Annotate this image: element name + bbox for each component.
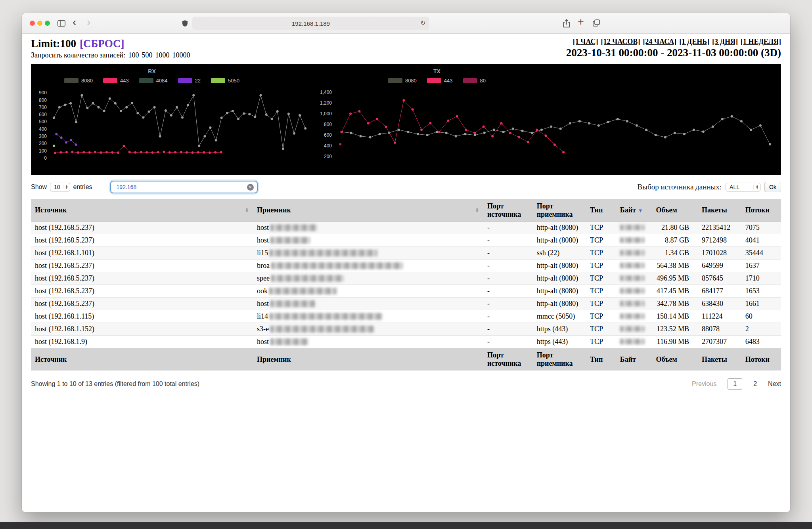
- datasource-select[interactable]: ALL ▲▼: [726, 183, 760, 191]
- ok-button[interactable]: Ok: [764, 182, 781, 192]
- flows-cell: 7075: [741, 222, 781, 234]
- column-header-Приемник[interactable]: Приемник: [253, 348, 483, 370]
- sidebar-toggle-icon[interactable]: [57, 20, 65, 28]
- blurred-bytes: [620, 313, 645, 319]
- address-bar[interactable]: 192.168.1.189 ↻: [192, 17, 429, 30]
- column-header-label: Приемник: [257, 206, 291, 214]
- legend-swatch-icon: [139, 78, 153, 83]
- blurred-destination: [270, 300, 315, 307]
- back-icon[interactable]: ‹: [73, 16, 76, 29]
- legend-item-443[interactable]: 443: [103, 78, 129, 84]
- packets-cell: 9712498: [698, 234, 741, 247]
- legend-item-5050[interactable]: 5050: [211, 78, 239, 84]
- column-header-Тип[interactable]: Тип: [586, 348, 616, 370]
- page-size-select[interactable]: 10 ▲▼: [50, 183, 70, 191]
- pagination-previous[interactable]: Previous: [692, 380, 716, 388]
- column-header-Байт[interactable]: Байт▼: [616, 199, 652, 222]
- search-input[interactable]: [110, 181, 258, 193]
- legend-item-443[interactable]: 443: [427, 78, 453, 84]
- charts-panel: RX 80804434084225050 9008007006005004003…: [31, 64, 781, 175]
- time-link-24h[interactable]: [24 ЧАСА]: [643, 38, 676, 46]
- legend-label: 8080: [81, 78, 93, 84]
- volume-cell: 417.45 MB: [652, 285, 698, 298]
- legend-item-8080[interactable]: 8080: [388, 78, 417, 84]
- date-range: 2023-10-31 00:00:00 - 2023-11-03 00:00:0…: [566, 47, 781, 59]
- column-header-Потоки[interactable]: Потоки: [741, 199, 781, 222]
- blurred-bytes: [620, 339, 645, 344]
- search-box: ✕: [110, 181, 258, 193]
- privacy-shield-icon[interactable]: [182, 20, 188, 29]
- new-tab-icon[interactable]: +: [578, 16, 584, 28]
- time-link-12h[interactable]: [12 ЧАСОВ]: [601, 38, 640, 46]
- time-link-1d[interactable]: [1 ДЕНЬ]: [679, 38, 709, 46]
- column-header-label: Порт источника: [487, 351, 521, 367]
- blurred-destination: [270, 250, 377, 256]
- column-header-Порт источника[interactable]: Порт источника: [483, 348, 533, 370]
- datasource-label: Выбор источника данных:: [638, 183, 722, 191]
- svg-text:1,200: 1,200: [320, 100, 332, 106]
- records-option-10000[interactable]: 10000: [172, 51, 190, 59]
- flows-cell: 35444: [741, 247, 781, 260]
- clear-search-icon[interactable]: ✕: [247, 184, 254, 191]
- stepper-icon: ▲▼: [63, 185, 68, 189]
- time-link-1h[interactable]: [1 ЧАС]: [573, 38, 598, 46]
- column-header-Байт[interactable]: Байт: [616, 348, 652, 370]
- column-header-Порт приемника[interactable]: Порт приемника: [533, 199, 586, 222]
- rx-chart: RX 80804434084225050 9008007006005004003…: [31, 64, 316, 175]
- dest-port-cell: https (443): [533, 323, 586, 336]
- svg-text:600: 600: [324, 132, 332, 138]
- zoom-window-button[interactable]: [45, 21, 50, 26]
- svg-text:100: 100: [39, 148, 47, 154]
- pagination-page-1[interactable]: 1: [728, 378, 742, 390]
- records-option-500[interactable]: 500: [142, 51, 152, 59]
- close-window-button[interactable]: [30, 21, 35, 26]
- destination-text: host: [257, 236, 269, 244]
- legend-label: 4084: [156, 78, 168, 84]
- minimize-window-button[interactable]: [37, 21, 42, 26]
- destination-text: host: [257, 223, 269, 231]
- browser-window: ‹ › 192.168.1.189 ↻ + Limit:100[СБРОС]: [22, 13, 790, 512]
- packets-cell: 638430: [698, 298, 741, 310]
- column-header-Пакеты[interactable]: Пакеты: [698, 199, 741, 222]
- time-link-1w[interactable]: [1 НЕДЕЛЯ]: [741, 38, 781, 46]
- column-header-Пакеты[interactable]: Пакеты: [698, 348, 741, 370]
- table-row: host (192.168.1.101)li15-ssh (22)TCP1.34…: [31, 247, 781, 260]
- column-header-Тип[interactable]: Тип: [586, 199, 616, 222]
- reset-link[interactable]: [СБРОС]: [80, 38, 124, 50]
- legend-item-4084[interactable]: 4084: [139, 78, 168, 84]
- legend-item-22[interactable]: 22: [178, 78, 201, 84]
- blurred-destination: [270, 338, 308, 345]
- column-header-Потоки[interactable]: Потоки: [741, 348, 781, 370]
- tab-overview-icon[interactable]: [593, 19, 600, 28]
- forward-icon[interactable]: ›: [87, 16, 90, 29]
- type-cell: TCP: [586, 272, 616, 285]
- blurred-bytes: [620, 326, 645, 332]
- column-header-Порт источника[interactable]: Порт источника: [483, 199, 533, 222]
- bytes-cell: [616, 336, 652, 348]
- column-header-Объем[interactable]: Объем: [652, 199, 698, 222]
- source-cell: host (192.168.1.101): [31, 247, 253, 260]
- records-option-100[interactable]: 100: [128, 51, 139, 59]
- type-cell: TCP: [586, 298, 616, 310]
- refresh-icon[interactable]: ↻: [420, 19, 425, 27]
- pagination-page-2[interactable]: 2: [753, 380, 757, 388]
- legend-item-8080[interactable]: 8080: [64, 78, 93, 84]
- pagination-next[interactable]: Next: [768, 380, 781, 388]
- column-header-Порт приемника[interactable]: Порт приемника: [533, 348, 586, 370]
- column-header-Приемник[interactable]: Приемник⇕: [253, 199, 483, 222]
- sort-icon: ⇕: [475, 207, 479, 213]
- column-header-Объем[interactable]: Объем: [652, 348, 698, 370]
- legend-swatch-icon: [463, 78, 477, 83]
- column-header-Источник[interactable]: Источник: [31, 348, 253, 370]
- url-text: 192.168.1.189: [292, 20, 330, 27]
- legend-item-80[interactable]: 80: [463, 78, 486, 84]
- time-link-3d[interactable]: [3 ДНЯ]: [712, 38, 738, 46]
- records-option-1000[interactable]: 1000: [155, 51, 169, 59]
- svg-text:1,000: 1,000: [320, 111, 332, 116]
- svg-text:0: 0: [44, 155, 47, 161]
- column-header-Источник[interactable]: Источник⇕: [31, 199, 253, 222]
- legend-label: 8080: [405, 78, 417, 84]
- share-icon[interactable]: [563, 19, 570, 29]
- dest-port-cell: http-alt (8080): [533, 285, 586, 298]
- source-port-cell: -: [483, 310, 533, 323]
